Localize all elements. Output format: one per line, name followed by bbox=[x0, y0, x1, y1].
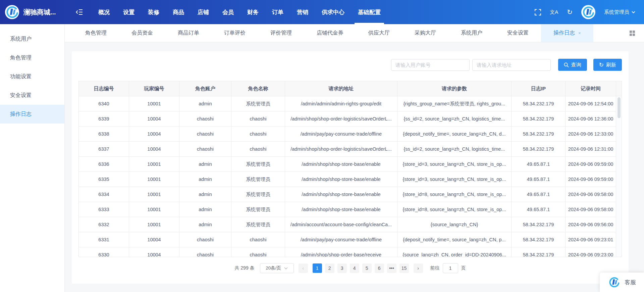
tab-list: 角色管理 × 会员资金 × 商品订单 × 订单评价 bbox=[73, 24, 593, 42]
next-page-button[interactable]: › bbox=[414, 263, 423, 273]
cell-player-id: 10004 bbox=[129, 247, 179, 257]
cell-role-account: chaoshi bbox=[179, 111, 231, 126]
topbar-menu-item[interactable]: 商品 bbox=[173, 0, 184, 24]
tab-label: 评价管理 bbox=[270, 30, 292, 37]
fullscreen-icon[interactable] bbox=[535, 9, 541, 15]
topbar-menu-item[interactable]: 店铺 bbox=[198, 0, 209, 24]
cell-role-name: chaoshi bbox=[231, 142, 285, 156]
table-row: 6337 10004 chaoshi chaoshi /admin/shop/s… bbox=[79, 142, 616, 157]
cell-player-id: 10004 bbox=[129, 127, 179, 141]
translate-icon[interactable]: 文A bbox=[550, 9, 558, 15]
cell-role-name: 系统管理员 bbox=[231, 157, 285, 172]
topbar-menu-item[interactable]: 基础配置 bbox=[358, 0, 381, 24]
cell-record-time: 2024-09-06 12:33:00 bbox=[566, 127, 616, 141]
goto-page-input[interactable] bbox=[443, 263, 458, 273]
table-row: 6339 10004 chaoshi chaoshi /admin/shop/s… bbox=[79, 111, 616, 127]
cell-log-ip: 49.65.87.1 bbox=[512, 157, 566, 172]
topbar-menu-item[interactable]: 装修 bbox=[148, 0, 159, 24]
tab-close-icon[interactable]: × bbox=[578, 31, 581, 36]
refresh-icon[interactable]: ↻ bbox=[567, 9, 573, 15]
customer-service-button[interactable]: 客服 bbox=[600, 273, 644, 292]
page-button[interactable]: 15 bbox=[399, 263, 409, 273]
collapse-sidebar-icon[interactable] bbox=[76, 9, 83, 15]
page-button[interactable]: ••• bbox=[387, 263, 396, 273]
tab-options-grid-icon[interactable] bbox=[629, 24, 644, 42]
brand-logo-icon bbox=[5, 5, 19, 19]
goto-label: 前往 bbox=[430, 265, 440, 271]
table-scrollbar-thumb[interactable] bbox=[618, 97, 621, 118]
tab[interactable]: 评价管理 × bbox=[258, 24, 304, 42]
topbar-menu-item[interactable]: 财务 bbox=[247, 0, 259, 24]
topbar-menu-item[interactable]: 设置 bbox=[123, 0, 135, 24]
cell-log-id: 6338 bbox=[79, 127, 129, 141]
table-header-cell: 请求的地址 bbox=[285, 81, 397, 96]
sidebar-item[interactable]: 安全设置 bbox=[0, 86, 64, 105]
sidebar-item[interactable]: 角色管理 bbox=[0, 48, 64, 67]
cell-role-name: chaoshi bbox=[231, 127, 285, 141]
cell-player-id: 10001 bbox=[129, 157, 179, 172]
table-header-cell: 请求的参数 bbox=[397, 81, 512, 96]
tab[interactable]: 店铺代金券 × bbox=[304, 24, 356, 42]
table-row: 6340 10001 admin 系统管理员 /admin/admin/admi… bbox=[79, 96, 616, 111]
cell-request-params: {ss_id=2, source_lang=zh_CN, logistics_t… bbox=[397, 142, 512, 156]
sidebar-item[interactable]: 操作日志 bbox=[0, 105, 64, 124]
cell-record-time: 2024-09-06 09:59:00 bbox=[566, 172, 616, 187]
cell-request-url: /admin/shop/shop-store-base/enable bbox=[285, 157, 397, 172]
cell-request-params: {store_id=3, source_lang=zh_CN, store_is… bbox=[397, 172, 512, 187]
user-menu[interactable]: 系统管理员 bbox=[604, 9, 635, 15]
topbar-menu-item[interactable]: 供求中心 bbox=[322, 0, 344, 24]
page-size-select[interactable]: 20条/页 bbox=[260, 263, 294, 273]
table-header: 日志编号 玩家编号 角色账户 角色名称 请求的地址 请求的参数 日志IP bbox=[79, 81, 622, 96]
topbar-menu-item[interactable]: 订单 bbox=[272, 0, 283, 24]
cell-role-account: admin bbox=[179, 202, 231, 217]
cell-log-id: 6336 bbox=[79, 157, 129, 172]
log-table: 日志编号 玩家编号 角色账户 角色名称 请求的地址 请求的参数 日志IP bbox=[78, 81, 622, 257]
chevron-down-icon bbox=[284, 267, 288, 270]
cell-log-ip: 58.34.232.179 bbox=[512, 217, 566, 232]
table-row: 6338 10004 chaoshi chaoshi /admin/pay/pa… bbox=[79, 127, 616, 142]
table-row: 6330 10004 chaoshi chaoshi /admin/shop/s… bbox=[79, 247, 616, 257]
cell-log-id: 6331 bbox=[79, 232, 129, 247]
tab[interactable]: 商品订单 × bbox=[165, 24, 212, 42]
page-button[interactable]: 3 bbox=[337, 263, 347, 273]
cell-request-params: {store_id=8, source_lang=zh_CN, store_is… bbox=[397, 202, 512, 217]
tab[interactable]: 操作日志 × bbox=[541, 24, 593, 42]
brand: 澜驰商城... bbox=[5, 5, 68, 19]
tab[interactable]: 系统用户 × bbox=[448, 24, 495, 42]
query-button[interactable]: 查询 bbox=[558, 59, 587, 71]
topbar-menu-item[interactable]: 概况 bbox=[98, 0, 110, 24]
tab[interactable]: 供应大厅 × bbox=[356, 24, 402, 42]
account-search-input[interactable] bbox=[391, 59, 470, 71]
refresh-icon: ↻ bbox=[599, 62, 604, 68]
page-button[interactable]: 2 bbox=[325, 263, 334, 273]
tab[interactable]: 采购大厅 × bbox=[402, 24, 448, 42]
page-button[interactable]: 1 bbox=[313, 263, 322, 273]
cell-log-id: 6333 bbox=[79, 202, 129, 217]
tab-label: 角色管理 bbox=[85, 30, 107, 37]
tab[interactable]: 订单评价 × bbox=[212, 24, 258, 42]
tab[interactable]: 安全设置 × bbox=[495, 24, 541, 42]
tab[interactable]: 会员资金 × bbox=[119, 24, 165, 42]
service-label: 客服 bbox=[625, 279, 636, 286]
avatar[interactable] bbox=[581, 5, 595, 19]
tab[interactable]: 角色管理 × bbox=[73, 24, 119, 42]
user-name: 系统管理员 bbox=[604, 9, 629, 15]
page-button[interactable]: 4 bbox=[350, 263, 359, 273]
cell-role-account: admin bbox=[179, 217, 231, 232]
url-search-input[interactable] bbox=[472, 59, 551, 71]
prev-page-button[interactable]: ‹ bbox=[299, 263, 308, 273]
refresh-button[interactable]: ↻ 刷新 bbox=[593, 59, 622, 71]
sidebar-item[interactable]: 系统用户 bbox=[0, 30, 64, 48]
sidebar-item[interactable]: 功能设置 bbox=[0, 67, 64, 86]
tab-label: 供应大厅 bbox=[368, 30, 390, 37]
cell-role-account: admin bbox=[179, 172, 231, 187]
topbar-menu-item[interactable]: 会员 bbox=[222, 0, 234, 24]
page-button[interactable]: 5 bbox=[362, 263, 372, 273]
cell-record-time: 2024-09-06 12:54:00 bbox=[566, 96, 616, 111]
cell-role-name: 系统管理员 bbox=[231, 217, 285, 232]
cell-request-url: /admin/shop/shop-order-logistics/saveOrd… bbox=[285, 111, 397, 126]
cell-record-time: 2024-09-06 09:58:00 bbox=[566, 202, 616, 217]
topbar-menu: 概况 设置 装修 商品 店铺 会员 财务 订单 营销 供求中心 基础配置 bbox=[98, 0, 381, 24]
topbar-menu-item[interactable]: 营销 bbox=[297, 0, 308, 24]
page-button[interactable]: 6 bbox=[375, 263, 384, 273]
